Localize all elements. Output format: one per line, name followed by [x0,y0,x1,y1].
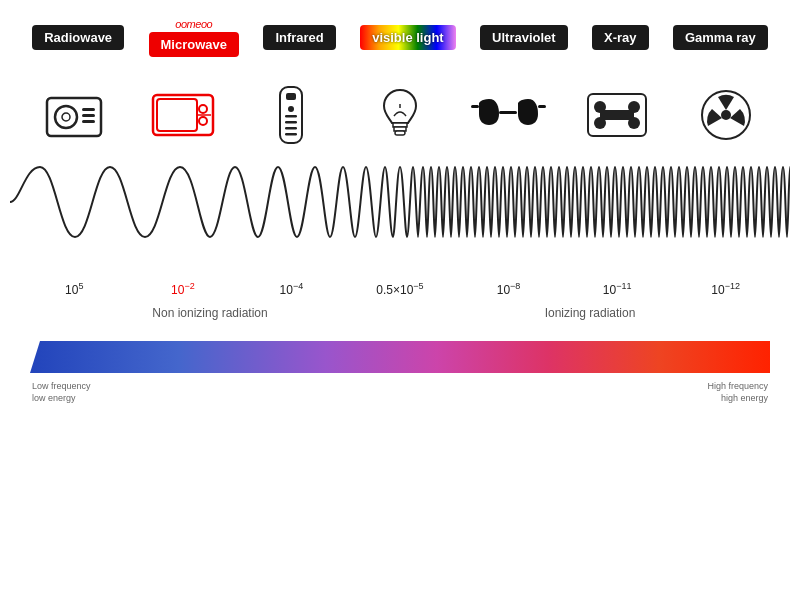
bone-icon-item [577,82,657,147]
freq-row: 105 10−2 10−4 0.5×10−5 10−8 10−11 10−12 [0,257,800,297]
label-microwave: Microwave [149,32,239,57]
radiation-type-labels: Non ionizing radiation Ionizing radiatio… [0,299,800,325]
gradient-label-left: Low frequencylow energy [32,381,91,404]
label-xray: X-ray [592,25,649,50]
svg-rect-5 [82,120,95,123]
sunglasses-icon [471,97,546,132]
non-ionizing-label: Non ionizing radiation [20,303,400,321]
label-visible: visible light [360,25,456,50]
freq-label-0: 105 [44,281,104,297]
svg-rect-15 [285,121,297,124]
svg-rect-4 [82,114,95,117]
sunglasses-icon-item [469,82,549,147]
microwave-squiggle: oomeoo [175,18,212,30]
svg-rect-14 [285,115,297,118]
remote-icon [277,85,305,145]
lightbulb-icon [380,86,420,144]
svg-point-8 [199,105,207,113]
icons-row [0,72,800,157]
svg-rect-20 [395,131,405,135]
lightbulb-icon-item [360,82,440,147]
radiation-icon [700,89,752,141]
remote-icon-item [251,82,331,147]
label-radiowave: Radiowave [32,25,124,50]
freq-label-6: 10−12 [696,281,756,297]
freq-label-2: 10−4 [261,281,321,297]
label-gammaray: Gamma ray [673,25,768,50]
gradient-bar-section: Low frequencylow energy High frequencyhi… [0,325,800,404]
microwave-oven-icon-item [143,82,223,147]
wave-area [0,157,800,257]
label-ultraviolet: Ultraviolet [480,25,568,50]
radiation-icon-item [686,82,766,147]
freq-label-1: 10−2 [153,281,213,297]
label-infrared: Infrared [263,25,335,50]
svg-rect-22 [471,105,479,108]
gradient-label-right: High frequencyhigh energy [707,381,768,404]
svg-point-9 [199,117,207,125]
svg-rect-7 [157,99,197,131]
bone-icon [586,92,648,138]
microwave-oven-icon [151,90,215,140]
svg-rect-17 [285,133,297,136]
svg-point-32 [721,110,731,120]
freq-label-3: 0.5×10−5 [370,281,430,297]
svg-rect-3 [82,108,95,111]
svg-rect-30 [600,110,634,120]
freq-label-4: 10−8 [479,281,539,297]
labels-row: Radiowave oomeoo Microwave Infrared visi… [0,0,800,67]
svg-rect-23 [499,111,517,114]
radio-icon-item [34,82,114,147]
svg-rect-12 [286,93,296,100]
main-container: Radiowave oomeoo Microwave Infrared visi… [0,0,800,600]
svg-rect-24 [538,105,546,108]
svg-point-13 [288,106,294,112]
svg-marker-33 [30,341,770,373]
wave-svg [10,157,790,247]
svg-point-2 [62,113,70,121]
gradient-labels: Low frequencylow energy High frequencyhi… [30,381,770,404]
gradient-bar-svg [30,341,770,373]
radio-icon [44,90,104,140]
ionizing-label: Ionizing radiation [400,303,780,321]
svg-rect-16 [285,127,297,130]
freq-label-5: 10−11 [587,281,647,297]
